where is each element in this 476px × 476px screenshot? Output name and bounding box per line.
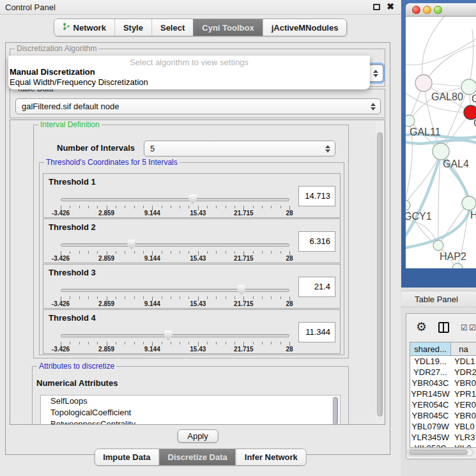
table-data-value: galFiltered.sif default node xyxy=(22,102,119,111)
tab-cyni-toolbox[interactable]: Cyni Toolbox xyxy=(193,19,262,36)
zoom-traffic-light-icon[interactable] xyxy=(434,6,442,14)
num-intervals-label: Number of Intervals xyxy=(57,143,135,153)
column-header[interactable]: shared... xyxy=(410,342,451,355)
slider-thumb[interactable] xyxy=(127,240,135,250)
table-cell: YDL1 xyxy=(450,356,476,367)
numerical-attributes-label: Numerical Attributes xyxy=(36,378,118,388)
attribute-item[interactable]: TopologicalCoefficient xyxy=(41,407,340,418)
table-row[interactable]: YBR045CYBR0 xyxy=(410,410,476,421)
network-node-gal11[interactable] xyxy=(406,115,415,127)
slider-thumb[interactable] xyxy=(164,330,173,341)
tab-jactivemnodules[interactable]: jActiveMNodules xyxy=(263,19,347,36)
list-scrollbar-thumb[interactable] xyxy=(333,397,338,425)
close-icon[interactable]: ✖ xyxy=(387,1,394,12)
network-node-gal80[interactable] xyxy=(415,75,432,91)
table-row[interactable]: YDR27...YDR2 xyxy=(410,367,476,378)
node-label: HAP2 xyxy=(440,251,466,262)
combo-stepper-icon xyxy=(325,145,330,153)
threshold-label: Threshold 1 xyxy=(49,177,96,187)
slider-track[interactable] xyxy=(61,334,289,337)
threshold-slider[interactable] xyxy=(61,194,289,206)
threshold-value-field[interactable]: 14.713 xyxy=(298,186,335,206)
table-cell: YBL079W xyxy=(410,421,450,432)
tab-impute-data[interactable]: Impute Data xyxy=(95,449,158,465)
tab-label: Network xyxy=(73,23,106,33)
num-intervals-combobox[interactable]: 5 xyxy=(144,141,335,157)
threshold-value-field[interactable]: 6.316 xyxy=(298,231,335,252)
slider-track[interactable] xyxy=(61,243,289,247)
table-cell: YBR043C xyxy=(410,378,450,388)
slider-thumb[interactable] xyxy=(237,285,245,295)
node-label: H xyxy=(470,210,476,220)
network-node-hap2[interactable] xyxy=(433,240,443,250)
node-table[interactable]: shared...na YDL19...YDL1YDR27...YDR2YBR0… xyxy=(410,342,476,448)
dropdown-hint: Select algorithm to view settings xyxy=(8,56,370,66)
network-node-h[interactable] xyxy=(462,196,476,210)
gear-icon[interactable]: ⚙ xyxy=(416,319,427,334)
algorithm-group-title: Discretization Algorithm xyxy=(15,44,98,53)
horizontal-scrollbar[interactable] xyxy=(407,449,473,456)
tab-infer-network[interactable]: Infer Network xyxy=(236,449,306,465)
tab-discretize-data[interactable]: Discretize Data xyxy=(159,449,236,465)
table-cell: YLR345W xyxy=(410,432,450,443)
discretize-form: Discretization Algorithm Select algorith… xyxy=(5,42,390,455)
minimize-traffic-light-icon[interactable] xyxy=(423,6,431,14)
tab-style[interactable]: Style xyxy=(114,19,151,36)
threshold-slider[interactable] xyxy=(61,330,289,342)
table-row[interactable]: YBR043CYBR0 xyxy=(410,378,476,388)
tab-network[interactable]: Network xyxy=(54,19,114,36)
dropdown-option-manual[interactable]: Manual Discretization xyxy=(8,66,370,77)
table-row[interactable]: YER054CYER0 xyxy=(410,399,476,410)
checkbox-icon[interactable]: ☑ xyxy=(469,323,476,332)
float-window-icon[interactable] xyxy=(373,4,380,10)
network-view-window: GAL80GACGAL11GAL4GCY1HHAP2 xyxy=(401,0,476,288)
column-layout-icon[interactable] xyxy=(438,322,449,333)
table-panel-title: Table Panel xyxy=(415,295,458,304)
network-window-titlebar xyxy=(406,3,476,17)
attribute-item[interactable]: BetweennessCentrality xyxy=(41,418,340,425)
table-cell: YER0 xyxy=(450,399,476,410)
numerical-attributes-list[interactable]: SelfLoopsTopologicalCoefficientBetweenne… xyxy=(40,395,341,425)
table-row[interactable]: YIL052CYIL0 xyxy=(410,443,476,448)
thresholds-group: Threshold's Coordinates for 5 Intervals … xyxy=(39,162,344,355)
node-label: GCY1 xyxy=(406,211,432,222)
threshold-slider[interactable] xyxy=(61,240,289,251)
dropdown-option-equal-width[interactable]: Equal Width/Frequency Discretization xyxy=(8,77,370,87)
scrollbar-thumb[interactable] xyxy=(409,450,468,455)
table-cell: YBR045C xyxy=(410,410,450,421)
threshold-label: Threshold 2 xyxy=(49,222,96,232)
scrollbar-thumb[interactable] xyxy=(377,132,383,417)
table-cell: YLR3 xyxy=(450,432,476,443)
network-node-gcy1[interactable] xyxy=(406,200,410,210)
threshold-slider[interactable] xyxy=(61,285,289,296)
table-cell: YIL0 xyxy=(450,443,476,448)
network-node-ga[interactable] xyxy=(461,79,476,95)
threshold-box-1: Threshold 1-3.4262.8599.14415.4321.71528… xyxy=(43,173,341,218)
checkbox-icon[interactable]: ☑ xyxy=(461,323,468,332)
network-node-gal4[interactable] xyxy=(433,143,449,160)
slider-track[interactable] xyxy=(61,198,289,201)
algorithm-dropdown-popup: Select algorithm to view settings Manual… xyxy=(8,56,370,89)
threshold-value-field[interactable]: 11.344 xyxy=(298,322,335,342)
tab-select[interactable]: Select xyxy=(151,19,193,36)
slider-track[interactable] xyxy=(61,289,289,292)
table-row[interactable]: YDL19...YDL1 xyxy=(410,356,476,367)
table-panel-titlebar: Table Panel xyxy=(401,291,476,307)
list-scrollbar[interactable] xyxy=(332,397,339,425)
apply-button[interactable]: Apply xyxy=(177,429,219,443)
attribute-item[interactable]: SelfLoops xyxy=(41,395,340,407)
network-canvas[interactable]: GAL80GACGAL11GAL4GCY1HHAP2 xyxy=(406,17,476,268)
threshold-value-field[interactable]: 21.4 xyxy=(298,277,335,297)
vertical-scrollbar[interactable] xyxy=(376,121,384,424)
close-traffic-light-icon[interactable] xyxy=(412,6,420,14)
table-row[interactable]: YPR145WYPR1 xyxy=(410,388,476,399)
table-row[interactable]: YLR345WYLR3 xyxy=(410,432,476,443)
slider-thumb[interactable] xyxy=(188,194,197,204)
slider-scale-labels: -3.4262.8599.14415.4321.71528 xyxy=(61,210,289,217)
bottom-tab-bar: Impute DataDiscretize DataInfer Network xyxy=(94,449,307,466)
table-row[interactable]: YBL079WYBL0 xyxy=(410,421,476,432)
table-data-combobox[interactable]: galFiltered.sif default node xyxy=(15,98,381,114)
column-header[interactable]: na xyxy=(451,342,476,355)
node-label: GAL11 xyxy=(410,127,441,137)
tab-label: Discretize Data xyxy=(168,452,227,462)
